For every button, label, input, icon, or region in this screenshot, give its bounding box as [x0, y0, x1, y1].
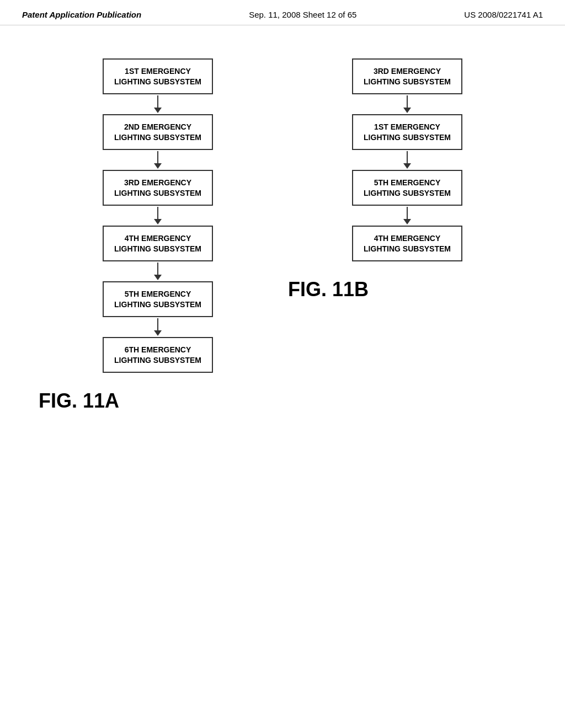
main-content: 1ST EMERGENCYLIGHTING SUBSYSTEM 2ND EMER… — [0, 25, 565, 720]
page-header: Patent Application Publication Sep. 11, … — [0, 0, 565, 25]
fig-11b-flowchart: 3RD EMERGENCYLIGHTING SUBSYSTEM 1ST EMER… — [352, 58, 462, 261]
date-sheet-label: Sep. 11, 2008 Sheet 12 of 65 — [249, 10, 356, 19]
right-arrow-1 — [403, 94, 411, 114]
left-box-6: 6TH EMERGENCYLIGHTING SUBSYSTEM — [103, 337, 213, 373]
left-box-2: 2ND EMERGENCYLIGHTING SUBSYSTEM — [103, 114, 213, 150]
right-column: 3RD EMERGENCYLIGHTING SUBSYSTEM 1ST EMER… — [282, 58, 532, 698]
left-box-5: 5TH EMERGENCYLIGHTING SUBSYSTEM — [103, 281, 213, 317]
arrow-4 — [154, 261, 162, 281]
fig-11a-label: FIG. 11A — [39, 389, 119, 413]
arrow-3 — [154, 206, 162, 226]
fig-11b-label: FIG. 11B — [288, 278, 369, 301]
right-box-4: 4TH EMERGENCYLIGHTING SUBSYSTEM — [352, 226, 462, 261]
right-box-2: 1ST EMERGENCYLIGHTING SUBSYSTEM — [352, 114, 462, 150]
fig-11a-flowchart: 1ST EMERGENCYLIGHTING SUBSYSTEM 2ND EMER… — [103, 58, 213, 373]
arrow-5 — [154, 317, 162, 337]
left-box-1: 1ST EMERGENCYLIGHTING SUBSYSTEM — [103, 58, 213, 94]
left-box-3: 3RD EMERGENCYLIGHTING SUBSYSTEM — [103, 170, 213, 206]
left-column: 1ST EMERGENCYLIGHTING SUBSYSTEM 2ND EMER… — [33, 58, 282, 698]
right-arrow-3 — [403, 206, 411, 226]
publication-label: Patent Application Publication — [22, 10, 141, 19]
arrow-2 — [154, 150, 162, 170]
left-box-4: 4TH EMERGENCYLIGHTING SUBSYSTEM — [103, 226, 213, 261]
right-box-3: 5TH EMERGENCYLIGHTING SUBSYSTEM — [352, 170, 462, 206]
right-arrow-2 — [403, 150, 411, 170]
patent-number-label: US 2008/0221741 A1 — [464, 10, 543, 19]
right-box-1: 3RD EMERGENCYLIGHTING SUBSYSTEM — [352, 58, 462, 94]
arrow-1 — [154, 94, 162, 114]
